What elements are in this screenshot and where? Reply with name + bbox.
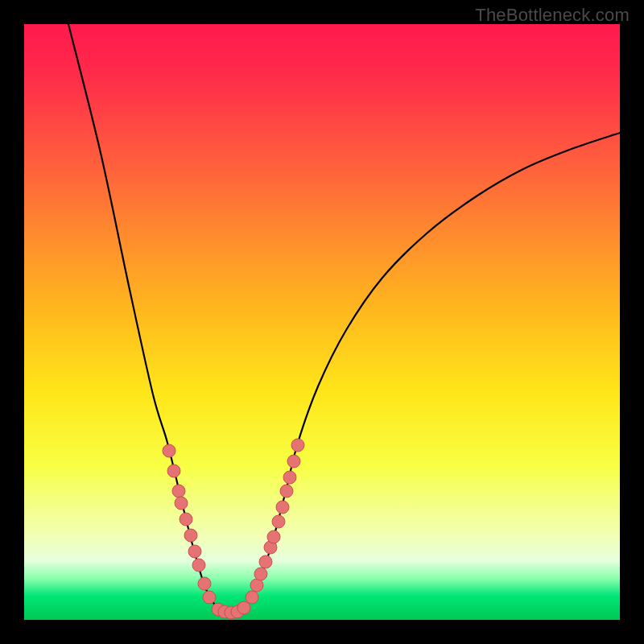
data-dot [287,455,300,468]
data-dot [188,545,201,558]
data-dot [291,439,304,452]
data-dot [184,529,197,542]
data-dot [163,444,175,457]
data-dot [259,555,272,568]
watermark-text: TheBottleneck.com [475,5,630,26]
data-dot [272,515,285,528]
data-dot [246,591,258,604]
data-dot [172,485,185,497]
data-dot [283,471,296,484]
data-dot [276,501,289,514]
data-dot [192,559,205,572]
chart-svg [24,24,620,620]
data-dot [254,568,267,580]
data-dot [280,485,293,497]
data-dot [180,513,192,526]
data-dot [203,591,216,604]
data-dot [175,497,188,510]
data-dot [267,530,280,543]
data-dots [163,439,304,619]
data-dot [198,577,211,590]
chart-plot-area [24,24,620,620]
data-dot [167,464,180,477]
data-dot [237,601,250,614]
bottleneck-curve [68,24,620,613]
